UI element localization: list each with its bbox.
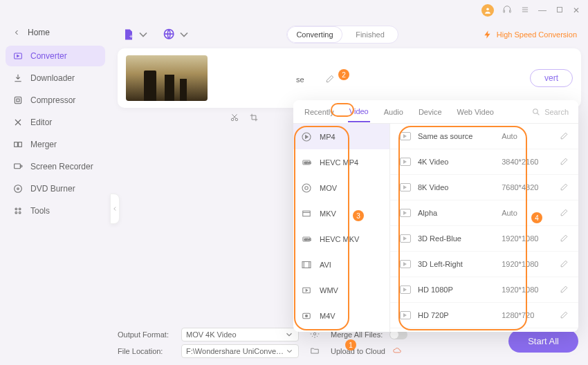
- folder-icon[interactable]: [310, 346, 320, 357]
- svg-point-25: [533, 109, 538, 114]
- headset-icon[interactable]: [502, 5, 512, 17]
- edit-title-icon[interactable]: [325, 74, 335, 84]
- edit-preset-icon[interactable]: [560, 157, 569, 167]
- crop-icon[interactable]: [249, 113, 259, 124]
- high-speed-toggle[interactable]: High Speed Conversion: [483, 30, 577, 39]
- resolution-item[interactable]: HD 1080P1920*1080: [390, 277, 578, 303]
- user-avatar-icon[interactable]: [481, 4, 494, 17]
- format-item[interactable]: HEVCHEVC MKV: [293, 226, 389, 252]
- tab-finished[interactable]: Finished: [342, 26, 398, 43]
- play-rect-icon: [400, 209, 411, 217]
- maximize-button[interactable]: [555, 5, 564, 17]
- svg-point-32: [305, 186, 309, 189]
- svg-rect-6: [558, 7, 562, 12]
- edit-preset-icon[interactable]: [560, 310, 569, 321]
- svg-marker-41: [306, 289, 307, 291]
- add-file-icon[interactable]: +: [122, 28, 150, 41]
- home-nav[interactable]: Home: [6, 24, 105, 41]
- svg-point-0: [486, 8, 489, 11]
- trim-icon[interactable]: [230, 113, 239, 124]
- resolution-item[interactable]: 4K Video3840*2160: [390, 149, 578, 175]
- start-all-button[interactable]: Start All: [508, 330, 578, 353]
- popup-tab-device[interactable]: Device: [417, 102, 443, 122]
- resolution-item[interactable]: AlphaAuto: [390, 200, 578, 226]
- svg-rect-10: [17, 99, 19, 102]
- close-button[interactable]: ✕: [573, 6, 580, 15]
- svg-text:HEVC: HEVC: [304, 161, 311, 164]
- edit-preset-icon[interactable]: [560, 259, 569, 270]
- tab-converting[interactable]: Converting: [287, 26, 342, 43]
- popup-tab-recently[interactable]: Recently: [303, 102, 336, 122]
- sidebar-item-merger[interactable]: Merger: [6, 134, 105, 155]
- svg-point-20: [19, 212, 21, 214]
- svg-line-26: [538, 113, 540, 115]
- play-rect-icon: [400, 286, 411, 294]
- sidebar: Home Converter Downloader Compressor Edi…: [0, 21, 111, 365]
- add-url-icon[interactable]: [163, 28, 191, 41]
- resolution-list: Same as sourceAuto4K Video3840*21608K Vi…: [390, 124, 578, 332]
- svg-point-19: [15, 212, 17, 214]
- edit-preset-icon[interactable]: [560, 208, 569, 218]
- resolution-item[interactable]: 3D Red-Blue1920*1080: [390, 226, 578, 252]
- format-item[interactable]: MP4: [293, 124, 389, 149]
- sidebar-item-compressor[interactable]: Compressor: [6, 90, 105, 111]
- minimize-button[interactable]: —: [538, 6, 546, 15]
- edit-preset-icon[interactable]: [560, 182, 569, 193]
- home-label: Home: [28, 28, 50, 37]
- file-location-label: File Location:: [118, 347, 174, 355]
- sidebar-item-tools[interactable]: Tools: [6, 200, 105, 221]
- format-item[interactable]: M4V: [293, 303, 389, 328]
- svg-point-16: [17, 188, 19, 190]
- play-rect-icon: [400, 132, 411, 140]
- sidebar-item-editor[interactable]: Editor: [6, 112, 105, 133]
- svg-rect-11: [15, 142, 18, 147]
- sidebar-item-converter[interactable]: Converter: [6, 46, 105, 66]
- svg-point-44: [313, 333, 316, 335]
- file-location-select[interactable]: F:\Wondershare UniConverter 1: [181, 344, 299, 358]
- play-rect-icon: [400, 158, 411, 166]
- svg-point-15: [15, 185, 22, 193]
- sidebar-collapse-handle[interactable]: [110, 194, 120, 224]
- video-thumbnail[interactable]: [126, 55, 208, 101]
- format-search[interactable]: Search: [531, 107, 569, 116]
- svg-rect-1: [504, 10, 505, 12]
- sidebar-item-dvd-burner[interactable]: DVD Burner: [6, 178, 105, 199]
- resolution-item[interactable]: Same as sourceAuto: [390, 124, 578, 149]
- resolution-item[interactable]: HD 720P1280*720: [390, 303, 578, 328]
- cloud-icon[interactable]: [392, 346, 402, 357]
- svg-rect-13: [15, 164, 21, 169]
- output-format-label: Output Format:: [118, 330, 174, 339]
- svg-point-17: [15, 208, 17, 210]
- tutorial-marker-1: 1: [345, 339, 356, 350]
- popup-tab-webvideo[interactable]: Web Video: [456, 102, 495, 122]
- resolution-item[interactable]: 3D Left-Right1920*1080: [390, 252, 578, 277]
- convert-button[interactable]: vert: [530, 69, 573, 87]
- status-tabs[interactable]: Converting Finished: [286, 26, 398, 44]
- svg-marker-8: [17, 55, 19, 57]
- upload-cloud-label: Upload to Cloud: [331, 347, 385, 355]
- format-item[interactable]: HEVCHEVC MP4: [293, 149, 389, 175]
- tutorial-marker-4: 4: [531, 212, 542, 223]
- svg-text:HEVC: HEVC: [304, 238, 311, 241]
- popup-tab-audio[interactable]: Audio: [383, 102, 405, 122]
- chevron-down-icon: [285, 346, 294, 356]
- menu-icon[interactable]: [520, 5, 530, 17]
- svg-point-43: [306, 315, 308, 317]
- resolution-item[interactable]: 8K Video7680*4320: [390, 175, 578, 200]
- format-item[interactable]: MOV: [293, 175, 389, 200]
- edit-preset-icon[interactable]: [560, 131, 569, 142]
- format-item[interactable]: WMV: [293, 277, 389, 303]
- edit-preset-icon[interactable]: [560, 285, 569, 295]
- sidebar-item-downloader[interactable]: Downloader: [6, 68, 105, 88]
- format-item[interactable]: AVI: [293, 252, 389, 277]
- play-rect-icon: [400, 311, 411, 319]
- output-format-select[interactable]: MOV 4K Video: [181, 328, 299, 341]
- svg-point-14: [20, 165, 22, 167]
- edit-preset-icon[interactable]: [560, 234, 569, 244]
- search-icon: [531, 107, 540, 116]
- svg-rect-33: [303, 211, 311, 216]
- format-list: MP4HEVCHEVC MP4MOVMKVHEVCHEVC MKVAVIWMVM…: [293, 124, 390, 332]
- sidebar-item-screen-recorder[interactable]: Screen Recorder: [6, 156, 105, 177]
- popup-tab-video[interactable]: Video: [348, 102, 370, 122]
- format-item[interactable]: MKV: [293, 200, 389, 226]
